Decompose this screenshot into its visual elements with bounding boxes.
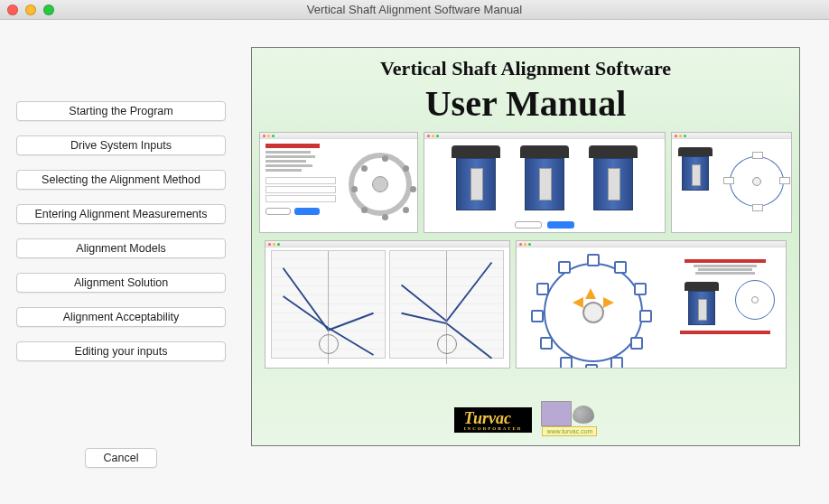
content-area: Starting the Program Drive System Inputs… bbox=[0, 20, 829, 504]
close-icon[interactable] bbox=[7, 5, 18, 15]
window-controls bbox=[7, 5, 54, 15]
nav-selecting-alignment-method[interactable]: Selecting the Alignment Method bbox=[16, 170, 226, 190]
nav-editing-your-inputs[interactable]: Editing your inputs bbox=[16, 341, 226, 361]
screenshot-movement bbox=[671, 132, 792, 233]
sidebar: Starting the Program Drive System Inputs… bbox=[0, 20, 242, 504]
screenshot-row-bottom bbox=[257, 240, 794, 369]
manual-cover-preview: Vertical Shaft Alignment Software User M… bbox=[251, 47, 800, 446]
screenshot-measurements bbox=[424, 132, 666, 233]
preview-subtitle: User Manual bbox=[425, 82, 627, 125]
flange-bolt-diagram bbox=[544, 263, 643, 362]
zoom-icon[interactable] bbox=[43, 5, 54, 15]
brand-row: Turvac INCORPORATED www.turvac.com bbox=[252, 401, 799, 438]
screenshot-alignment-solution bbox=[516, 240, 787, 369]
nav-alignment-solution[interactable]: Alignment Solution bbox=[16, 273, 226, 293]
titlebar: Vertical Shaft Alignment Software Manual bbox=[0, 0, 829, 20]
screenshot-row-top bbox=[252, 132, 799, 233]
nav-starting-program[interactable]: Starting the Program bbox=[16, 101, 226, 121]
nav-alignment-acceptability[interactable]: Alignment Acceptability bbox=[16, 307, 226, 327]
window-title: Vertical Shaft Alignment Software Manual bbox=[0, 3, 829, 16]
preview-title: Vertical Shaft Alignment Software bbox=[380, 57, 671, 80]
cancel-button[interactable]: Cancel bbox=[85, 448, 157, 468]
screenshot-alignment-models bbox=[265, 240, 510, 369]
brand-sub: INCORPORATED bbox=[464, 426, 523, 431]
minimize-icon[interactable] bbox=[25, 5, 36, 15]
brand-url: www.turvac.com bbox=[542, 426, 597, 436]
screenshot-drive-system bbox=[259, 132, 418, 233]
brand-name: Turvac bbox=[464, 409, 511, 427]
nav-entering-alignment-measurements[interactable]: Entering Alignment Measurements bbox=[16, 204, 226, 224]
nav-alignment-models[interactable]: Alignment Models bbox=[16, 238, 226, 258]
turvac-logo: Turvac INCORPORATED bbox=[454, 407, 533, 433]
brand-image-icon bbox=[541, 401, 572, 426]
nav-drive-system-inputs[interactable]: Drive System Inputs bbox=[16, 135, 226, 155]
